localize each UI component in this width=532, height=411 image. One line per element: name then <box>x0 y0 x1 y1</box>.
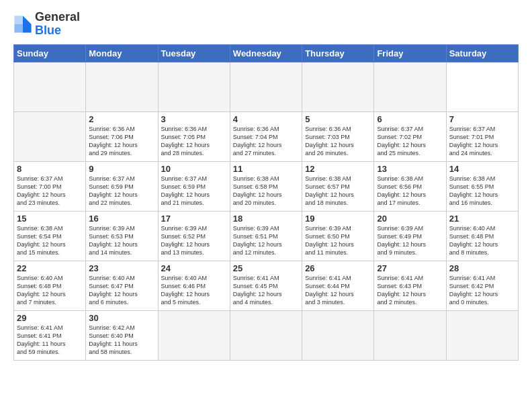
day-number: 14 <box>449 164 515 174</box>
weekday-header: Saturday <box>446 44 518 62</box>
calendar-cell: 18Sunrise: 6:39 AMSunset: 6:51 PMDayligh… <box>230 211 302 261</box>
day-number: 5 <box>305 114 371 124</box>
calendar-cell: 25Sunrise: 6:41 AMSunset: 6:45 PMDayligh… <box>230 261 302 310</box>
day-number: 15 <box>17 214 83 224</box>
calendar-cell: 20Sunrise: 6:39 AMSunset: 6:49 PMDayligh… <box>374 211 446 261</box>
day-number: 22 <box>17 263 83 273</box>
weekday-header: Wednesday <box>230 44 302 62</box>
day-number: 17 <box>161 214 227 224</box>
day-info: Sunrise: 6:37 AMSunset: 7:01 PMDaylight:… <box>449 125 515 158</box>
day-number: 25 <box>233 263 299 273</box>
calendar-cell: 14Sunrise: 6:38 AMSunset: 6:55 PMDayligh… <box>446 161 518 211</box>
day-info: Sunrise: 6:36 AMSunset: 7:05 PMDaylight:… <box>161 125 227 158</box>
day-number: 11 <box>233 164 299 174</box>
calendar-cell <box>302 310 374 360</box>
calendar-cell: 29Sunrise: 6:41 AMSunset: 6:41 PMDayligh… <box>14 310 86 360</box>
day-info: Sunrise: 6:40 AMSunset: 6:48 PMDaylight:… <box>449 224 515 257</box>
day-info: Sunrise: 6:40 AMSunset: 6:47 PMDaylight:… <box>89 274 154 307</box>
calendar-cell: 10Sunrise: 6:37 AMSunset: 6:59 PMDayligh… <box>158 161 230 211</box>
calendar-cell <box>374 310 446 360</box>
day-info: Sunrise: 6:39 AMSunset: 6:49 PMDaylight:… <box>377 224 443 257</box>
day-number: 6 <box>377 114 443 124</box>
calendar-cell: 5Sunrise: 6:36 AMSunset: 7:03 PMDaylight… <box>302 111 374 161</box>
page: General Blue SundayMondayTuesdayWednesda… <box>0 0 532 367</box>
day-info: Sunrise: 6:38 AMSunset: 6:57 PMDaylight:… <box>305 175 371 208</box>
day-info: Sunrise: 6:38 AMSunset: 6:55 PMDaylight:… <box>449 175 515 208</box>
day-info: Sunrise: 6:42 AMSunset: 6:40 PMDaylight:… <box>89 324 154 357</box>
weekday-header: Friday <box>374 44 446 62</box>
day-number: 7 <box>449 114 515 124</box>
day-number: 20 <box>377 214 443 224</box>
day-number: 12 <box>305 164 371 174</box>
day-number: 16 <box>89 214 154 224</box>
header-row: SundayMondayTuesdayWednesdayThursdayFrid… <box>14 44 519 62</box>
weekday-header: Tuesday <box>158 44 230 62</box>
calendar-cell: 16Sunrise: 6:39 AMSunset: 6:53 PMDayligh… <box>86 211 158 261</box>
day-number: 27 <box>377 263 443 273</box>
svg-marker-3 <box>14 15 23 24</box>
calendar-cell <box>374 62 446 111</box>
calendar-cell: 21Sunrise: 6:40 AMSunset: 6:48 PMDayligh… <box>446 211 518 261</box>
calendar-cell: 8Sunrise: 6:37 AMSunset: 7:00 PMDaylight… <box>14 161 86 211</box>
day-number: 4 <box>233 114 299 124</box>
day-info: Sunrise: 6:36 AMSunset: 7:03 PMDaylight:… <box>305 125 371 158</box>
calendar-cell: 15Sunrise: 6:38 AMSunset: 6:54 PMDayligh… <box>14 211 86 261</box>
calendar-cell: 7Sunrise: 6:37 AMSunset: 7:01 PMDaylight… <box>446 111 518 161</box>
calendar-cell: 6Sunrise: 6:37 AMSunset: 7:02 PMDaylight… <box>374 111 446 161</box>
calendar-cell: 12Sunrise: 6:38 AMSunset: 6:57 PMDayligh… <box>302 161 374 211</box>
day-info: Sunrise: 6:41 AMSunset: 6:41 PMDaylight:… <box>17 324 83 357</box>
day-number: 8 <box>17 164 83 174</box>
calendar-cell <box>158 62 230 111</box>
day-info: Sunrise: 6:40 AMSunset: 6:46 PMDaylight:… <box>161 274 227 307</box>
day-number: 29 <box>17 313 83 323</box>
calendar-cell <box>86 62 158 111</box>
calendar-cell <box>446 310 518 360</box>
logo-icon <box>13 15 32 34</box>
day-info: Sunrise: 6:36 AMSunset: 7:04 PMDaylight:… <box>233 125 299 158</box>
day-info: Sunrise: 6:36 AMSunset: 7:06 PMDaylight:… <box>89 125 154 158</box>
svg-marker-2 <box>14 24 23 33</box>
day-info: Sunrise: 6:37 AMSunset: 7:02 PMDaylight:… <box>377 125 443 158</box>
day-number: 23 <box>89 263 154 273</box>
calendar-cell: 30Sunrise: 6:42 AMSunset: 6:40 PMDayligh… <box>86 310 158 360</box>
day-info: Sunrise: 6:41 AMSunset: 6:43 PMDaylight:… <box>377 274 443 307</box>
day-number: 18 <box>233 214 299 224</box>
day-number: 26 <box>305 263 371 273</box>
day-number: 30 <box>89 313 154 323</box>
day-number: 9 <box>89 164 154 174</box>
weekday-header: Thursday <box>302 44 374 62</box>
day-info: Sunrise: 6:38 AMSunset: 6:58 PMDaylight:… <box>233 175 299 208</box>
day-number: 2 <box>89 114 154 124</box>
calendar-table: SundayMondayTuesdayWednesdayThursdayFrid… <box>13 44 519 361</box>
calendar-cell: 17Sunrise: 6:39 AMSunset: 6:52 PMDayligh… <box>158 211 230 261</box>
calendar-cell: 11Sunrise: 6:38 AMSunset: 6:58 PMDayligh… <box>230 161 302 211</box>
calendar-cell: 22Sunrise: 6:40 AMSunset: 6:48 PMDayligh… <box>14 261 86 310</box>
calendar-cell <box>14 62 86 111</box>
day-number: 13 <box>377 164 443 174</box>
day-info: Sunrise: 6:41 AMSunset: 6:44 PMDaylight:… <box>305 274 371 307</box>
day-number: 3 <box>161 114 227 124</box>
day-info: Sunrise: 6:39 AMSunset: 6:53 PMDaylight:… <box>89 224 154 257</box>
day-info: Sunrise: 6:38 AMSunset: 6:54 PMDaylight:… <box>17 224 83 257</box>
day-info: Sunrise: 6:41 AMSunset: 6:42 PMDaylight:… <box>449 274 515 307</box>
calendar-cell: 2Sunrise: 6:36 AMSunset: 7:06 PMDaylight… <box>86 111 158 161</box>
logo: General Blue <box>13 11 80 38</box>
calendar-cell: 3Sunrise: 6:36 AMSunset: 7:05 PMDaylight… <box>158 111 230 161</box>
calendar-cell <box>302 62 374 111</box>
day-info: Sunrise: 6:37 AMSunset: 7:00 PMDaylight:… <box>17 175 83 208</box>
day-info: Sunrise: 6:37 AMSunset: 6:59 PMDaylight:… <box>89 175 154 208</box>
calendar-cell: 4Sunrise: 6:36 AMSunset: 7:04 PMDaylight… <box>230 111 302 161</box>
day-number: 21 <box>449 214 515 224</box>
day-info: Sunrise: 6:39 AMSunset: 6:52 PMDaylight:… <box>161 224 227 257</box>
calendar-cell: 19Sunrise: 6:39 AMSunset: 6:50 PMDayligh… <box>302 211 374 261</box>
logo-text: General Blue <box>35 11 80 38</box>
calendar-cell <box>14 111 86 161</box>
calendar-cell: 28Sunrise: 6:41 AMSunset: 6:42 PMDayligh… <box>446 261 518 310</box>
header: General Blue <box>13 11 519 38</box>
calendar-cell: 13Sunrise: 6:38 AMSunset: 6:56 PMDayligh… <box>374 161 446 211</box>
day-number: 24 <box>161 263 227 273</box>
day-info: Sunrise: 6:39 AMSunset: 6:51 PMDaylight:… <box>233 224 299 257</box>
calendar-cell: 24Sunrise: 6:40 AMSunset: 6:46 PMDayligh… <box>158 261 230 310</box>
day-info: Sunrise: 6:37 AMSunset: 6:59 PMDaylight:… <box>161 175 227 208</box>
calendar-cell: 9Sunrise: 6:37 AMSunset: 6:59 PMDaylight… <box>86 161 158 211</box>
